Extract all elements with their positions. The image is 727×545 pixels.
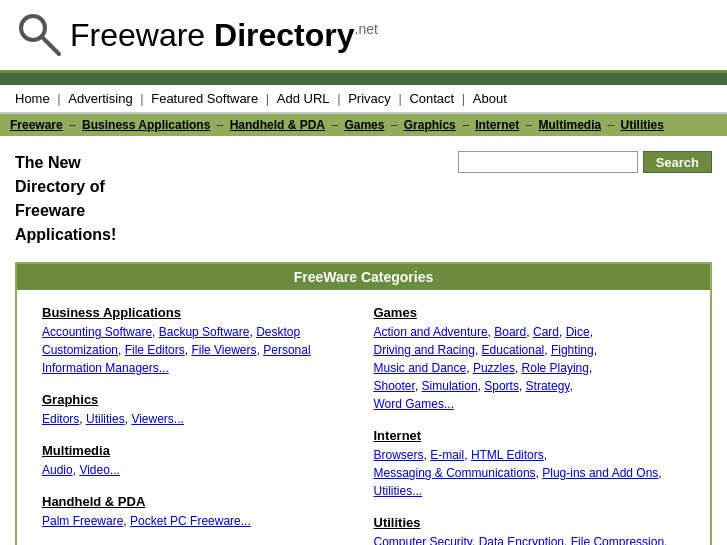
link-card[interactable]: Card <box>533 325 559 339</box>
nav-add-url[interactable]: Add URL <box>277 91 330 106</box>
tagline-line3: Freeware <box>15 202 85 219</box>
link-html-editors[interactable]: HTML Editors <box>471 448 544 462</box>
header: Freeware Directory.net <box>0 0 727 73</box>
svg-line-1 <box>42 37 59 54</box>
cat-games-links: Action and Adventure, Board, Card, Dice,… <box>374 323 686 413</box>
link-plugins[interactable]: Plug-ins and Add Ons <box>542 466 658 480</box>
link-board[interactable]: Board <box>494 325 526 339</box>
link-sports[interactable]: Sports <box>484 379 519 393</box>
cat-multimedia-title: Multimedia <box>42 443 354 458</box>
cat-utilities-links: Computer Security, Data Encryption, File… <box>374 533 686 545</box>
cat-graphics-links: Editors, Utilities, Viewers... <box>42 410 354 428</box>
link-data-encryption[interactable]: Data Encryption <box>479 535 564 545</box>
cat-utilities: Utilities Computer Security, Data Encryp… <box>374 515 686 545</box>
nav-privacy[interactable]: Privacy <box>348 91 391 106</box>
link-educational[interactable]: Educational <box>482 343 545 357</box>
categories-title: FreeWare Categories <box>17 264 710 290</box>
logo-text: Freeware Directory.net <box>70 17 378 54</box>
logo-dir: Directory <box>214 17 355 53</box>
cat-internet: Internet Browsers, E-mail, HTML Editors,… <box>374 428 686 500</box>
cat-handheld-pda-title: Handheld & PDA <box>42 494 354 509</box>
logo: Freeware Directory.net <box>15 10 712 60</box>
link-palm-freeware[interactable]: Palm Freeware <box>42 514 123 528</box>
link-messaging[interactable]: Messaging & Communications <box>374 466 536 480</box>
nav-home[interactable]: Home <box>15 91 50 106</box>
categories-grid: Business Applications Accounting Softwar… <box>17 290 710 545</box>
cat-utilities-title: Utilities <box>374 515 686 530</box>
cat-business-applications-title: Business Applications <box>42 305 354 320</box>
logo-free: Free <box>70 17 136 53</box>
link-computer-security[interactable]: Computer Security <box>374 535 472 545</box>
logo-icon <box>15 10 65 60</box>
nav-featured-software[interactable]: Featured Software <box>151 91 258 106</box>
tagline: The New Directory of Freeware Applicatio… <box>15 146 215 247</box>
cat-handheld-pda: Handheld & PDA Palm Freeware, Pocket PC … <box>42 494 354 530</box>
catnav-utilities[interactable]: Utilities <box>621 118 664 132</box>
logo-net: .net <box>355 21 378 37</box>
link-utilities[interactable]: Utilities <box>86 412 125 426</box>
catnav-games[interactable]: Games <box>344 118 384 132</box>
link-internet-utilities[interactable]: Utilities... <box>374 484 423 498</box>
tagline-line2: Directory of <box>15 178 105 195</box>
cat-business-applications-links: Accounting Software, Backup Software, De… <box>42 323 354 377</box>
catnav-freeware[interactable]: Freeware <box>10 118 63 132</box>
link-puzzles[interactable]: Puzzles <box>473 361 515 375</box>
cat-internet-links: Browsers, E-mail, HTML Editors, Messagin… <box>374 446 686 500</box>
catnav-multimedia[interactable]: Multimedia <box>539 118 602 132</box>
cat-multimedia-links: Audio, Video... <box>42 461 354 479</box>
catnav-graphics[interactable]: Graphics <box>404 118 456 132</box>
link-browsers[interactable]: Browsers <box>374 448 424 462</box>
nav-advertising[interactable]: Advertising <box>68 91 132 106</box>
catnav-business-applications[interactable]: Business Applications <box>82 118 210 132</box>
nav-bar: Home | Advertising | Featured Software |… <box>0 85 727 114</box>
link-music-dance[interactable]: Music and Dance <box>374 361 467 375</box>
categories-wrapper: FreeWare Categories Business Application… <box>0 257 727 545</box>
search-button[interactable]: Search <box>643 151 712 173</box>
nav-contact[interactable]: Contact <box>409 91 454 106</box>
green-bar <box>0 73 727 85</box>
tagline-line1: The New <box>15 154 81 171</box>
cat-business-applications: Business Applications Accounting Softwar… <box>42 305 354 377</box>
categories-left-col: Business Applications Accounting Softwar… <box>32 300 364 545</box>
link-strategy[interactable]: Strategy <box>526 379 570 393</box>
link-word-games[interactable]: Word Games... <box>374 397 454 411</box>
category-nav: Freeware – Business Applications – Handh… <box>0 114 727 136</box>
link-file-editors[interactable]: File Editors <box>125 343 185 357</box>
link-file-compression[interactable]: File Compression <box>571 535 664 545</box>
catnav-handheld-pda[interactable]: Handheld & PDA <box>230 118 325 132</box>
link-audio[interactable]: Audio <box>42 463 73 477</box>
cat-games-title: Games <box>374 305 686 320</box>
link-dice[interactable]: Dice <box>566 325 590 339</box>
cat-handheld-pda-links: Palm Freeware, Pocket PC Freeware... <box>42 512 354 530</box>
link-viewers[interactable]: Viewers... <box>131 412 183 426</box>
link-shooter[interactable]: Shooter <box>374 379 415 393</box>
link-simulation[interactable]: Simulation <box>422 379 478 393</box>
link-email[interactable]: E-mail <box>430 448 464 462</box>
link-role-playing[interactable]: Role Playing <box>522 361 589 375</box>
link-pocket-pc[interactable]: Pocket PC Freeware... <box>130 514 251 528</box>
link-action-adventure[interactable]: Action and Adventure <box>374 325 488 339</box>
link-accounting-software[interactable]: Accounting Software <box>42 325 152 339</box>
cat-graphics: Graphics Editors, Utilities, Viewers... <box>42 392 354 428</box>
cat-multimedia: Multimedia Audio, Video... <box>42 443 354 479</box>
main-area: The New Directory of Freeware Applicatio… <box>0 136 727 257</box>
cat-internet-title: Internet <box>374 428 686 443</box>
tagline-line4: Applications! <box>15 226 116 243</box>
link-fighting[interactable]: Fighting <box>551 343 594 357</box>
link-backup-software[interactable]: Backup Software <box>159 325 250 339</box>
cat-games: Games Action and Adventure, Board, Card,… <box>374 305 686 413</box>
link-file-viewers[interactable]: File Viewers <box>191 343 256 357</box>
link-driving-racing[interactable]: Driving and Racing <box>374 343 475 357</box>
categories-box: FreeWare Categories Business Application… <box>15 262 712 545</box>
nav-about[interactable]: About <box>473 91 507 106</box>
categories-right-col: Games Action and Adventure, Board, Card,… <box>364 300 696 545</box>
search-area: Search <box>215 146 712 247</box>
link-video[interactable]: Video... <box>79 463 119 477</box>
logo-ware: ware <box>136 17 214 53</box>
catnav-internet[interactable]: Internet <box>475 118 519 132</box>
link-editors[interactable]: Editors <box>42 412 79 426</box>
search-input[interactable] <box>458 151 638 173</box>
cat-graphics-title: Graphics <box>42 392 354 407</box>
